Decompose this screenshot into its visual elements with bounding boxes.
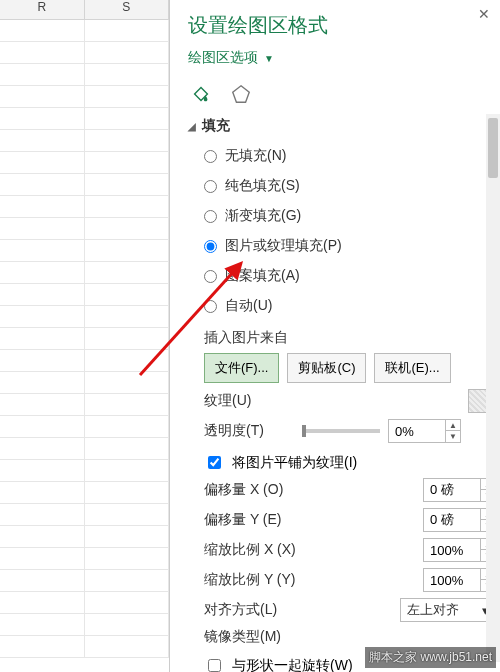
fill-tab-icon[interactable]	[188, 81, 214, 107]
table-row[interactable]	[0, 614, 169, 636]
table-row[interactable]	[0, 130, 169, 152]
spreadsheet-area: R S	[0, 0, 170, 672]
transparency-input[interactable]	[389, 424, 445, 439]
chevron-down-icon: ▼	[264, 53, 274, 64]
scale-x-label: 缩放比例 X (X)	[204, 541, 322, 559]
pane-scrollbar[interactable]	[486, 114, 500, 662]
table-row[interactable]	[0, 20, 169, 42]
table-row[interactable]	[0, 328, 169, 350]
radio-pattern-fill[interactable]: 图案填充(A)	[204, 263, 496, 289]
svg-marker-0	[233, 86, 250, 103]
table-row[interactable]	[0, 306, 169, 328]
table-row[interactable]	[0, 504, 169, 526]
column-header-r[interactable]: R	[0, 0, 85, 19]
offset-y-input[interactable]	[424, 513, 480, 528]
table-row[interactable]	[0, 152, 169, 174]
alignment-select[interactable]: 左上对齐▾	[400, 598, 496, 622]
tile-checkbox[interactable]: 将图片平铺为纹理(I)	[204, 453, 496, 472]
offset-y-label: 偏移量 Y (E)	[204, 511, 322, 529]
fill-section-header[interactable]: ◢ 填充	[188, 117, 496, 135]
table-row[interactable]	[0, 592, 169, 614]
table-row[interactable]	[0, 86, 169, 108]
table-row[interactable]	[0, 174, 169, 196]
alignment-label: 对齐方式(L)	[204, 601, 322, 619]
table-row[interactable]	[0, 394, 169, 416]
table-row[interactable]	[0, 262, 169, 284]
radio-picture-fill[interactable]: 图片或纹理填充(P)	[204, 233, 496, 259]
table-row[interactable]	[0, 108, 169, 130]
format-plot-area-pane: ✕ 设置绘图区格式 绘图区选项 ▼ ◢ 填充 无填充(N) 纯色填充(S) 渐变…	[170, 0, 500, 672]
column-header-s[interactable]: S	[85, 0, 170, 19]
plot-area-options-dropdown[interactable]: 绘图区选项 ▼	[188, 49, 496, 67]
pane-title: 设置绘图区格式	[188, 12, 496, 39]
watermark: 脚本之家 www.jb51.net	[365, 647, 496, 668]
options-link-label: 绘图区选项	[188, 49, 258, 65]
table-row[interactable]	[0, 416, 169, 438]
table-row[interactable]	[0, 438, 169, 460]
scale-x-input[interactable]	[424, 543, 480, 558]
transparency-stepper[interactable]: ▲▼	[445, 420, 460, 442]
radio-auto-fill[interactable]: 自动(U)	[204, 293, 496, 319]
transparency-label: 透明度(T)	[204, 422, 294, 440]
radio-solid-fill[interactable]: 纯色填充(S)	[204, 173, 496, 199]
table-row[interactable]	[0, 42, 169, 64]
table-row[interactable]	[0, 636, 169, 658]
scale-y-input[interactable]	[424, 573, 480, 588]
transparency-slider[interactable]	[302, 429, 380, 433]
table-row[interactable]	[0, 284, 169, 306]
insert-picture-from-label: 插入图片来自	[204, 329, 496, 347]
mirror-type-label: 镜像类型(M)	[204, 628, 322, 646]
table-row[interactable]	[0, 350, 169, 372]
table-row[interactable]	[0, 240, 169, 262]
collapse-icon: ◢	[188, 121, 196, 132]
texture-label: 纹理(U)	[204, 392, 322, 410]
insert-from-clipboard-button[interactable]: 剪贴板(C)	[287, 353, 366, 383]
table-row[interactable]	[0, 570, 169, 592]
close-icon[interactable]: ✕	[478, 6, 490, 22]
table-row[interactable]	[0, 482, 169, 504]
insert-from-file-button[interactable]: 文件(F)...	[204, 353, 279, 383]
table-row[interactable]	[0, 372, 169, 394]
radio-no-fill[interactable]: 无填充(N)	[204, 143, 496, 169]
fill-section-label: 填充	[202, 117, 230, 135]
offset-x-input[interactable]	[424, 483, 480, 498]
table-row[interactable]	[0, 218, 169, 240]
insert-from-online-button[interactable]: 联机(E)...	[374, 353, 450, 383]
table-row[interactable]	[0, 64, 169, 86]
offset-x-label: 偏移量 X (O)	[204, 481, 322, 499]
scale-y-label: 缩放比例 Y (Y)	[204, 571, 322, 589]
radio-gradient-fill[interactable]: 渐变填充(G)	[204, 203, 496, 229]
table-row[interactable]	[0, 460, 169, 482]
table-row[interactable]	[0, 526, 169, 548]
table-row[interactable]	[0, 548, 169, 570]
effects-tab-icon[interactable]	[228, 81, 254, 107]
table-row[interactable]	[0, 196, 169, 218]
